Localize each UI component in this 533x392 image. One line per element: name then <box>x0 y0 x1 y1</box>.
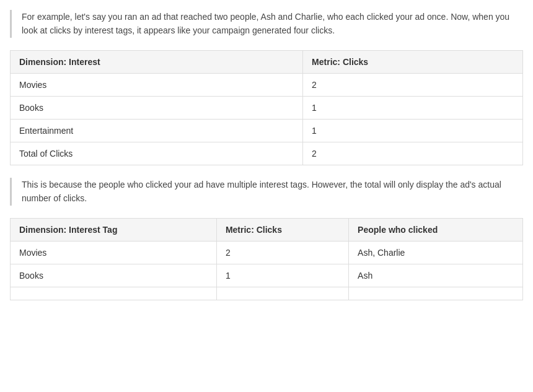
intro-blockquote: For example, let's say you ran an ad tha… <box>10 10 523 38</box>
table1-row1-col1: 1 <box>303 96 523 119</box>
table2-row2-col2 <box>349 287 523 300</box>
table1-row0-col0: Movies <box>11 73 303 96</box>
table-row <box>11 287 523 300</box>
table-row: Movies2Ash, Charlie <box>11 241 523 264</box>
table1-row1-col0: Books <box>11 96 303 119</box>
table2-row1-col1: 1 <box>216 264 348 287</box>
table1-col1-header: Dimension: Interest <box>11 50 303 73</box>
table2-row2-col1 <box>216 287 348 300</box>
table1-row2-col1: 1 <box>303 119 523 142</box>
interest-tag-table: Dimension: Interest Tag Metric: Clicks P… <box>10 218 523 300</box>
table1-row0-col1: 2 <box>303 73 523 96</box>
table1-row3-col0: Total of Clicks <box>11 142 303 165</box>
table1-row2-col0: Entertainment <box>11 119 303 142</box>
table2-col2-header: Metric: Clicks <box>216 218 348 241</box>
intro-text: For example, let's say you ran an ad tha… <box>22 10 523 38</box>
table-row: Movies2 <box>11 73 523 96</box>
table2-row1-col0: Books <box>11 264 217 287</box>
table1-header-row: Dimension: Interest Metric: Clicks <box>11 50 523 73</box>
table-row: Total of Clicks2 <box>11 142 523 165</box>
table2-header-row: Dimension: Interest Tag Metric: Clicks P… <box>11 218 523 241</box>
table2-row0-col1: 2 <box>216 241 348 264</box>
table2-row0-col2: Ash, Charlie <box>349 241 523 264</box>
note-text: This is because the people who clicked y… <box>22 178 523 206</box>
table-row: Books1 <box>11 96 523 119</box>
table2-col1-header: Dimension: Interest Tag <box>11 218 217 241</box>
table1-col2-header: Metric: Clicks <box>303 50 523 73</box>
interest-table: Dimension: Interest Metric: Clicks Movie… <box>10 50 523 165</box>
table2-row0-col0: Movies <box>11 241 217 264</box>
table1-row3-col1: 2 <box>303 142 523 165</box>
table-row: Books1Ash <box>11 264 523 287</box>
table2-row1-col2: Ash <box>349 264 523 287</box>
table2-row2-col0 <box>11 287 217 300</box>
table2-col3-header: People who clicked <box>349 218 523 241</box>
note-blockquote: This is because the people who clicked y… <box>10 178 523 206</box>
table-row: Entertainment1 <box>11 119 523 142</box>
